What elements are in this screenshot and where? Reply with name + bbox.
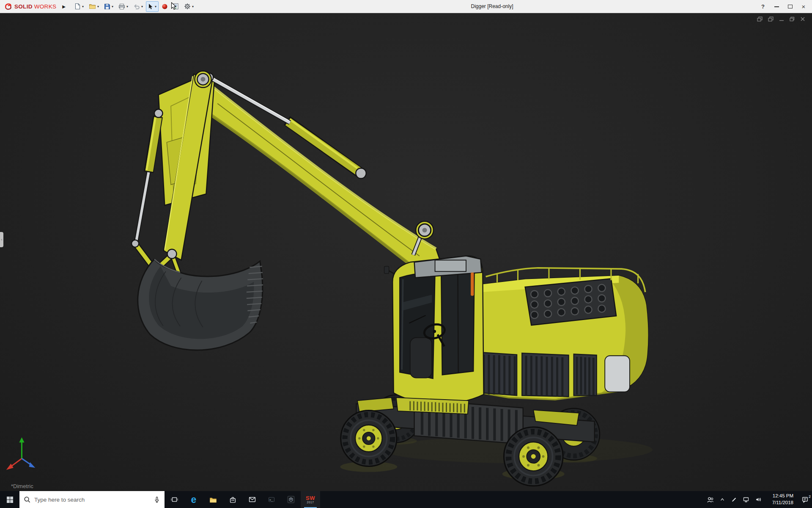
exhaust-detail [471, 273, 474, 296]
cascade-button[interactable] [768, 17, 774, 22]
upper-body[interactable] [469, 268, 648, 400]
chevron-down-icon[interactable]: ▾ [192, 5, 194, 8]
appearance-button[interactable] [159, 1, 170, 12]
solidworks-logo: SOLIDWORKS [4, 3, 56, 10]
volume-button[interactable] [755, 496, 762, 503]
microphone-icon[interactable] [154, 496, 160, 503]
mail-icon [249, 497, 256, 502]
chevron-up-icon [719, 497, 725, 502]
edge-icon: e [191, 495, 197, 505]
menu-expand-arrow[interactable]: ▶ [62, 4, 66, 9]
boom-arm [181, 76, 441, 277]
excavator-model[interactable] [132, 71, 648, 486]
app-file-explorer[interactable] [203, 491, 223, 508]
solidworks-2017-icon: SW 2017 [306, 495, 315, 504]
graphics-viewport[interactable]: ‹ *Dimetric [0, 13, 812, 491]
document-title: Digger [Read-only] [471, 3, 513, 9]
printer-icon [118, 3, 125, 10]
app-solidworks-2017[interactable]: SW 2017 [301, 491, 320, 508]
undo-button[interactable]: ▾ [131, 1, 145, 12]
volume-icon [755, 496, 762, 503]
app-mail[interactable] [242, 491, 262, 508]
task-view-button[interactable] [165, 491, 184, 508]
maximize-button[interactable] [783, 0, 797, 13]
people-icon [707, 497, 714, 503]
orientation-label: *Dimetric [11, 483, 33, 489]
network-icon [743, 496, 749, 503]
search-input[interactable] [34, 497, 150, 503]
minimize-button[interactable] [770, 0, 783, 13]
chevron-down-icon[interactable]: ▾ [155, 5, 156, 8]
help-button[interactable]: ? [756, 0, 770, 13]
cube-app-icon [287, 496, 295, 503]
windows-logo-icon [6, 496, 14, 503]
action-center-button[interactable]: 2 [801, 496, 809, 503]
folder-icon [89, 3, 96, 9]
notification-badge: 2 [809, 494, 811, 499]
titlebar: SOLIDWORKS ▶ ▾ ▾ ▾ [0, 0, 812, 13]
chevron-down-icon[interactable]: ▾ [141, 5, 143, 8]
gear-icon [184, 3, 191, 10]
wheel-front-right [504, 427, 563, 486]
orientation-triad[interactable] [6, 437, 36, 470]
new-document-button[interactable]: ▾ [72, 1, 86, 12]
app-cube[interactable] [281, 491, 301, 508]
floppy-icon [104, 3, 110, 10]
brand-text-primary: SOLID [14, 3, 33, 10]
show-hidden-icons-button[interactable] [719, 497, 725, 502]
network-button[interactable] [743, 496, 749, 503]
feature-tree-collapsed-tab[interactable]: ‹ [0, 232, 3, 247]
front-step [396, 398, 469, 414]
doc-close-button[interactable] [800, 17, 805, 22]
bucket [138, 259, 263, 350]
open-button[interactable]: ▾ [87, 1, 101, 12]
doc-restore-button[interactable] [790, 17, 795, 22]
console-icon: >_ [268, 496, 275, 503]
chevron-down-icon[interactable]: ▾ [97, 5, 99, 8]
store-bag-icon [229, 496, 236, 503]
search-magnifier-icon [24, 496, 31, 503]
clock-date: 7/11/2018 [772, 500, 793, 506]
page-icon [74, 3, 81, 10]
bucket-cylinder [136, 109, 162, 241]
chevron-down-icon[interactable]: ▾ [126, 5, 128, 8]
console-prompt-glyph: >_ [269, 498, 273, 502]
chevron-down-icon[interactable]: ▾ [112, 5, 113, 8]
file-properties-button[interactable] [171, 1, 181, 12]
rear-side-panel [605, 356, 630, 392]
ds-swirl-icon [4, 3, 13, 10]
app-store[interactable] [223, 491, 242, 508]
app-console[interactable]: >_ [262, 491, 281, 508]
options-button[interactable]: ▾ [182, 1, 196, 12]
taskbar-clock[interactable]: 12:45 PM 7/11/2018 [767, 493, 793, 506]
taskbar-search[interactable] [19, 491, 165, 508]
task-view-icon [171, 496, 178, 503]
clock-time: 12:45 PM [773, 493, 793, 500]
doc-minimize-button[interactable] [779, 17, 784, 22]
app-edge[interactable]: e [184, 491, 203, 508]
document-window-controls [757, 17, 805, 22]
file-explorer-icon [209, 497, 217, 503]
cab[interactable] [384, 256, 484, 404]
minimize-icon [774, 6, 779, 7]
select-tool-button[interactable]: ▾ [146, 1, 159, 12]
new-window-button[interactable] [757, 17, 763, 22]
start-button[interactable] [0, 491, 19, 508]
chevron-down-icon[interactable]: ▾ [82, 5, 84, 8]
model-scene [0, 13, 812, 491]
close-button[interactable]: × [797, 0, 810, 13]
taskbar: e >_ SW 2017 [0, 491, 812, 508]
document-info-icon [173, 3, 179, 10]
maximize-icon [788, 5, 793, 8]
red-sphere-icon [162, 3, 168, 10]
cursor-icon [148, 3, 154, 10]
action-center-icon [801, 496, 809, 503]
pen-icon [731, 497, 737, 503]
save-button[interactable]: ▾ [102, 1, 115, 12]
seat [410, 337, 432, 378]
side-grilles [469, 351, 596, 396]
people-button[interactable] [707, 497, 714, 503]
wheel-front-left [341, 411, 397, 467]
print-button[interactable]: ▾ [116, 1, 130, 12]
windows-ink-button[interactable] [731, 497, 737, 503]
